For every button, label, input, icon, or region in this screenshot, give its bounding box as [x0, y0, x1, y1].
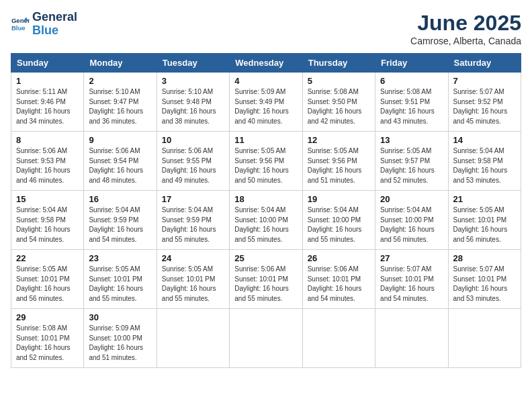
title-block: June 2025 Camrose, Alberta, Canada [410, 11, 521, 46]
day-number: 22 [16, 253, 79, 263]
day-number: 12 [308, 135, 370, 145]
calendar-week-3: 15Sunrise: 5:04 AM Sunset: 9:58 PM Dayli… [11, 191, 521, 250]
day-info: Sunrise: 5:08 AM Sunset: 10:01 PM Daylig… [16, 324, 79, 363]
calendar-cell: 28Sunrise: 5:07 AM Sunset: 10:01 PM Dayl… [448, 250, 521, 309]
day-info: Sunrise: 5:05 AM Sunset: 10:01 PM Daylig… [89, 265, 151, 304]
day-info: Sunrise: 5:10 AM Sunset: 9:48 PM Dayligh… [162, 87, 224, 126]
day-header-monday: Monday [84, 54, 157, 73]
day-info: Sunrise: 5:10 AM Sunset: 9:47 PM Dayligh… [89, 87, 151, 126]
day-number: 4 [234, 76, 297, 86]
day-info: Sunrise: 5:04 AM Sunset: 9:59 PM Dayligh… [89, 205, 151, 244]
day-number: 25 [234, 253, 297, 263]
calendar-cell [157, 309, 229, 368]
calendar-cell: 14Sunrise: 5:04 AM Sunset: 9:58 PM Dayli… [448, 132, 521, 191]
calendar-cell: 29Sunrise: 5:08 AM Sunset: 10:01 PM Dayl… [11, 309, 84, 368]
day-number: 30 [89, 312, 151, 322]
page-header: General Blue General Blue June 2025 Camr… [11, 11, 521, 46]
day-info: Sunrise: 5:05 AM Sunset: 9:57 PM Dayligh… [380, 146, 443, 185]
day-number: 24 [162, 253, 224, 263]
day-header-thursday: Thursday [302, 54, 375, 73]
calendar-cell: 18Sunrise: 5:04 AM Sunset: 10:00 PM Dayl… [230, 191, 302, 250]
day-info: Sunrise: 5:09 AM Sunset: 10:00 PM Daylig… [89, 324, 151, 363]
calendar-cell: 20Sunrise: 5:04 AM Sunset: 10:00 PM Dayl… [375, 191, 448, 250]
logo-text-line2: Blue [32, 24, 77, 38]
day-info: Sunrise: 5:06 AM Sunset: 10:01 PM Daylig… [234, 265, 297, 304]
day-info: Sunrise: 5:05 AM Sunset: 10:01 PM Daylig… [453, 205, 516, 244]
calendar-cell: 15Sunrise: 5:04 AM Sunset: 9:58 PM Dayli… [11, 191, 84, 250]
calendar-cell: 17Sunrise: 5:04 AM Sunset: 9:59 PM Dayli… [157, 191, 229, 250]
day-number: 15 [16, 194, 79, 204]
day-number: 7 [453, 76, 516, 86]
calendar-cell: 24Sunrise: 5:05 AM Sunset: 10:01 PM Dayl… [157, 250, 229, 309]
day-number: 1 [16, 76, 79, 86]
day-info: Sunrise: 5:04 AM Sunset: 9:58 PM Dayligh… [453, 146, 516, 185]
day-info: Sunrise: 5:04 AM Sunset: 9:58 PM Dayligh… [16, 205, 79, 244]
calendar-week-4: 22Sunrise: 5:05 AM Sunset: 10:01 PM Dayl… [11, 250, 521, 309]
day-number: 13 [380, 135, 443, 145]
day-number: 16 [89, 194, 151, 204]
day-header-sunday: Sunday [11, 54, 84, 73]
day-header-tuesday: Tuesday [157, 54, 229, 73]
day-number: 14 [453, 135, 516, 145]
location-text: Camrose, Alberta, Canada [410, 36, 521, 46]
calendar-cell: 25Sunrise: 5:06 AM Sunset: 10:01 PM Dayl… [230, 250, 302, 309]
day-number: 20 [380, 194, 443, 204]
calendar-week-1: 1Sunrise: 5:11 AM Sunset: 9:46 PM Daylig… [11, 73, 521, 132]
calendar-cell: 5Sunrise: 5:08 AM Sunset: 9:50 PM Daylig… [302, 73, 375, 132]
day-number: 2 [89, 76, 151, 86]
calendar-cell: 1Sunrise: 5:11 AM Sunset: 9:46 PM Daylig… [11, 73, 84, 132]
day-number: 21 [453, 194, 516, 204]
calendar-cell: 30Sunrise: 5:09 AM Sunset: 10:00 PM Dayl… [84, 309, 157, 368]
day-number: 5 [308, 76, 370, 86]
calendar-cell: 6Sunrise: 5:08 AM Sunset: 9:51 PM Daylig… [375, 73, 448, 132]
day-info: Sunrise: 5:11 AM Sunset: 9:46 PM Dayligh… [16, 87, 79, 126]
calendar-cell: 2Sunrise: 5:10 AM Sunset: 9:47 PM Daylig… [84, 73, 157, 132]
calendar-cell: 3Sunrise: 5:10 AM Sunset: 9:48 PM Daylig… [157, 73, 229, 132]
calendar-cell: 7Sunrise: 5:07 AM Sunset: 9:52 PM Daylig… [448, 73, 521, 132]
day-info: Sunrise: 5:04 AM Sunset: 10:00 PM Daylig… [308, 205, 370, 244]
calendar-cell: 22Sunrise: 5:05 AM Sunset: 10:01 PM Dayl… [11, 250, 84, 309]
day-info: Sunrise: 5:05 AM Sunset: 10:01 PM Daylig… [16, 265, 79, 304]
day-number: 29 [16, 312, 79, 322]
logo: General Blue General Blue [11, 11, 77, 38]
day-number: 23 [89, 253, 151, 263]
day-header-wednesday: Wednesday [230, 54, 302, 73]
calendar-cell: 12Sunrise: 5:05 AM Sunset: 9:56 PM Dayli… [302, 132, 375, 191]
day-info: Sunrise: 5:04 AM Sunset: 9:59 PM Dayligh… [162, 205, 224, 244]
day-number: 6 [380, 76, 443, 86]
day-info: Sunrise: 5:08 AM Sunset: 9:50 PM Dayligh… [308, 87, 370, 126]
day-info: Sunrise: 5:07 AM Sunset: 10:01 PM Daylig… [453, 265, 516, 304]
calendar-cell: 8Sunrise: 5:06 AM Sunset: 9:53 PM Daylig… [11, 132, 84, 191]
logo-icon: General Blue [11, 15, 30, 34]
calendar-cell [375, 309, 448, 368]
day-number: 3 [162, 76, 224, 86]
calendar-table: SundayMondayTuesdayWednesdayThursdayFrid… [11, 53, 521, 368]
calendar-cell [230, 309, 302, 368]
day-info: Sunrise: 5:06 AM Sunset: 10:01 PM Daylig… [308, 265, 370, 304]
day-number: 17 [162, 194, 224, 204]
calendar-cell: 21Sunrise: 5:05 AM Sunset: 10:01 PM Dayl… [448, 191, 521, 250]
day-number: 18 [234, 194, 297, 204]
day-header-saturday: Saturday [448, 54, 521, 73]
calendar-cell: 9Sunrise: 5:06 AM Sunset: 9:54 PM Daylig… [84, 132, 157, 191]
day-info: Sunrise: 5:07 AM Sunset: 10:01 PM Daylig… [380, 265, 443, 304]
day-info: Sunrise: 5:05 AM Sunset: 9:56 PM Dayligh… [234, 146, 297, 185]
day-info: Sunrise: 5:06 AM Sunset: 9:55 PM Dayligh… [162, 146, 224, 185]
calendar-cell: 11Sunrise: 5:05 AM Sunset: 9:56 PM Dayli… [230, 132, 302, 191]
calendar-cell: 19Sunrise: 5:04 AM Sunset: 10:00 PM Dayl… [302, 191, 375, 250]
calendar-cell: 23Sunrise: 5:05 AM Sunset: 10:01 PM Dayl… [84, 250, 157, 309]
day-info: Sunrise: 5:04 AM Sunset: 10:00 PM Daylig… [234, 205, 297, 244]
day-info: Sunrise: 5:06 AM Sunset: 9:54 PM Dayligh… [89, 146, 151, 185]
calendar-cell: 4Sunrise: 5:09 AM Sunset: 9:49 PM Daylig… [230, 73, 302, 132]
svg-text:Blue: Blue [11, 24, 26, 32]
calendar-cell: 27Sunrise: 5:07 AM Sunset: 10:01 PM Dayl… [375, 250, 448, 309]
day-number: 10 [162, 135, 224, 145]
calendar-cell [448, 309, 521, 368]
day-number: 9 [89, 135, 151, 145]
day-number: 11 [234, 135, 297, 145]
day-number: 8 [16, 135, 79, 145]
day-info: Sunrise: 5:05 AM Sunset: 9:56 PM Dayligh… [308, 146, 370, 185]
calendar-cell [302, 309, 375, 368]
day-number: 27 [380, 253, 443, 263]
day-info: Sunrise: 5:09 AM Sunset: 9:49 PM Dayligh… [234, 87, 297, 126]
